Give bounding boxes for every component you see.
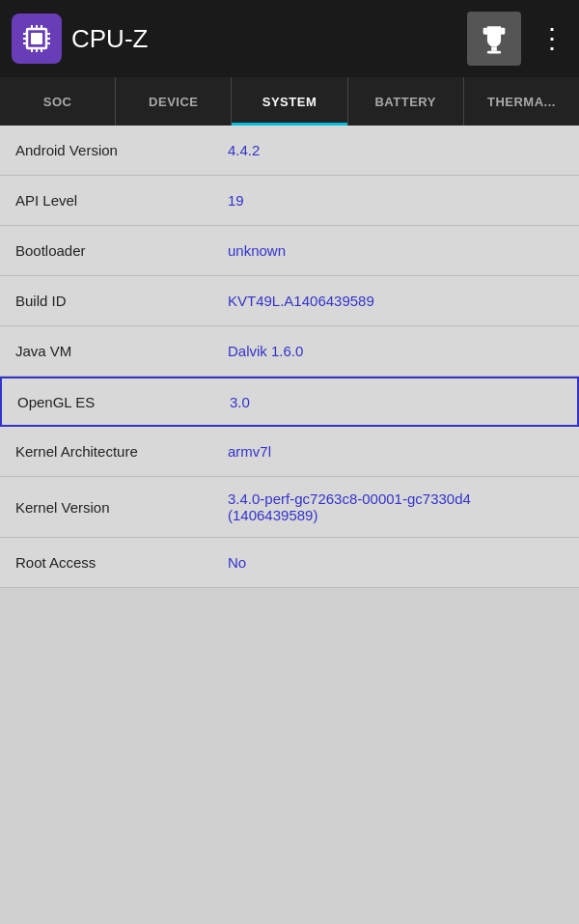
info-value-4: Dalvik 1.6.0	[212, 326, 579, 376]
empty-area	[0, 588, 579, 924]
app-title: CPU-Z	[71, 24, 148, 54]
info-row-8: Root AccessNo	[0, 538, 579, 588]
info-row-6: Kernel Architecturearmv7l	[0, 427, 579, 477]
info-row-3: Build IDKVT49L.A1406439589	[0, 276, 579, 326]
trophy-button[interactable]	[467, 12, 521, 66]
info-table: Android Version4.4.2API Level19Bootloade…	[0, 126, 579, 588]
info-value-8: No	[212, 538, 579, 587]
info-row-1: API Level19	[0, 176, 579, 226]
info-value-2: unknown	[212, 226, 579, 275]
app-icon	[12, 14, 62, 64]
info-label-4: Java VM	[0, 326, 212, 376]
info-label-6: Kernel Architecture	[0, 427, 212, 476]
tab-battery[interactable]: BATTERY	[348, 77, 464, 126]
info-label-1: API Level	[0, 176, 212, 225]
trophy-icon	[478, 22, 510, 55]
tab-bar: SOC DEVICE SYSTEM BATTERY THERMA...	[0, 77, 579, 126]
info-label-0: Android Version	[0, 126, 212, 175]
cpu-icon	[19, 21, 54, 56]
info-value-1: 19	[212, 176, 579, 225]
info-row-2: Bootloaderunknown	[0, 226, 579, 276]
info-row-0: Android Version4.4.2	[0, 126, 579, 176]
content-area: Android Version4.4.2API Level19Bootloade…	[0, 126, 579, 924]
svg-rect-15	[487, 51, 501, 54]
info-row-5: OpenGL ES3.0	[0, 377, 579, 427]
top-bar-right: ⋮	[467, 12, 567, 66]
tab-thermal[interactable]: THERMA...	[464, 77, 579, 126]
info-row-4: Java VMDalvik 1.6.0	[0, 326, 579, 377]
info-value-7: 3.4.0-perf-gc7263c8-00001-gc7330d4(14064…	[212, 477, 579, 537]
info-label-3: Build ID	[0, 276, 212, 325]
info-label-8: Root Access	[0, 538, 212, 587]
tab-system[interactable]: SYSTEM	[232, 77, 347, 126]
info-label-5: OpenGL ES	[2, 378, 214, 425]
tab-soc[interactable]: SOC	[0, 77, 116, 126]
info-row-7: Kernel Version3.4.0-perf-gc7263c8-00001-…	[0, 477, 579, 538]
info-value-6: armv7l	[212, 427, 579, 476]
info-value-3: KVT49L.A1406439589	[212, 276, 579, 325]
top-bar-left: CPU-Z	[12, 14, 148, 64]
top-bar: CPU-Z ⋮	[0, 0, 579, 77]
info-label-2: Bootloader	[0, 226, 212, 275]
info-value-5: 3.0	[214, 378, 577, 425]
info-value-0: 4.4.2	[212, 126, 579, 175]
svg-rect-14	[491, 47, 497, 51]
svg-rect-1	[31, 33, 42, 44]
menu-button[interactable]: ⋮	[538, 25, 567, 52]
tab-device[interactable]: DEVICE	[116, 77, 232, 126]
info-label-7: Kernel Version	[0, 477, 212, 537]
